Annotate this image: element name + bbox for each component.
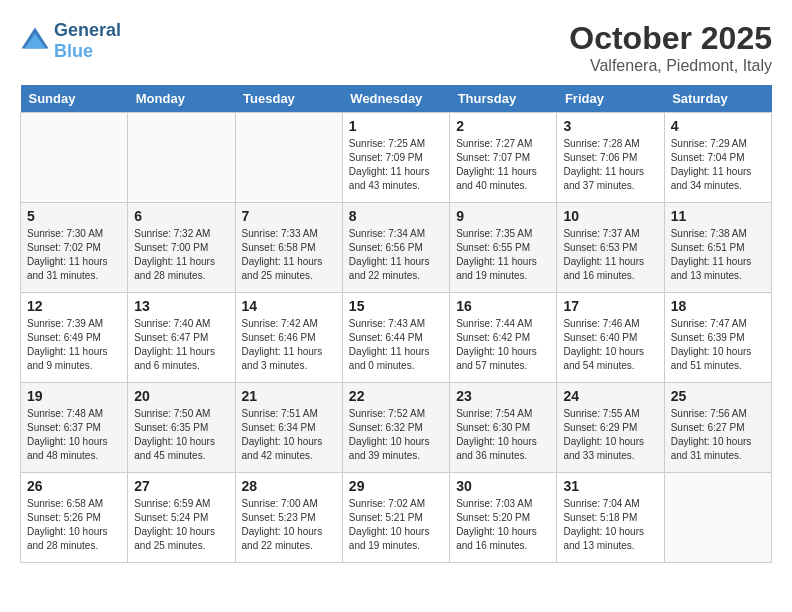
day-info: Sunrise: 7:50 AM Sunset: 6:35 PM Dayligh… — [134, 407, 228, 463]
calendar-week-row: 5Sunrise: 7:30 AM Sunset: 7:02 PM Daylig… — [21, 203, 772, 293]
weekday-header-saturday: Saturday — [664, 85, 771, 113]
day-number: 25 — [671, 388, 765, 404]
calendar-cell: 28Sunrise: 7:00 AM Sunset: 5:23 PM Dayli… — [235, 473, 342, 563]
calendar-cell: 29Sunrise: 7:02 AM Sunset: 5:21 PM Dayli… — [342, 473, 449, 563]
calendar-week-row: 19Sunrise: 7:48 AM Sunset: 6:37 PM Dayli… — [21, 383, 772, 473]
calendar-cell: 30Sunrise: 7:03 AM Sunset: 5:20 PM Dayli… — [450, 473, 557, 563]
weekday-header-wednesday: Wednesday — [342, 85, 449, 113]
calendar-cell: 19Sunrise: 7:48 AM Sunset: 6:37 PM Dayli… — [21, 383, 128, 473]
weekday-header-monday: Monday — [128, 85, 235, 113]
calendar-cell: 3Sunrise: 7:28 AM Sunset: 7:06 PM Daylig… — [557, 113, 664, 203]
calendar-cell: 21Sunrise: 7:51 AM Sunset: 6:34 PM Dayli… — [235, 383, 342, 473]
day-number: 21 — [242, 388, 336, 404]
day-number: 17 — [563, 298, 657, 314]
day-info: Sunrise: 7:33 AM Sunset: 6:58 PM Dayligh… — [242, 227, 336, 283]
calendar-cell: 1Sunrise: 7:25 AM Sunset: 7:09 PM Daylig… — [342, 113, 449, 203]
weekday-header-thursday: Thursday — [450, 85, 557, 113]
calendar-cell: 8Sunrise: 7:34 AM Sunset: 6:56 PM Daylig… — [342, 203, 449, 293]
day-info: Sunrise: 6:59 AM Sunset: 5:24 PM Dayligh… — [134, 497, 228, 553]
calendar-cell: 17Sunrise: 7:46 AM Sunset: 6:40 PM Dayli… — [557, 293, 664, 383]
day-number: 18 — [671, 298, 765, 314]
day-number: 30 — [456, 478, 550, 494]
calendar-cell — [235, 113, 342, 203]
day-info: Sunrise: 7:54 AM Sunset: 6:30 PM Dayligh… — [456, 407, 550, 463]
day-info: Sunrise: 7:42 AM Sunset: 6:46 PM Dayligh… — [242, 317, 336, 373]
calendar-cell: 25Sunrise: 7:56 AM Sunset: 6:27 PM Dayli… — [664, 383, 771, 473]
day-number: 7 — [242, 208, 336, 224]
calendar-week-row: 12Sunrise: 7:39 AM Sunset: 6:49 PM Dayli… — [21, 293, 772, 383]
day-number: 19 — [27, 388, 121, 404]
day-number: 22 — [349, 388, 443, 404]
day-info: Sunrise: 7:32 AM Sunset: 7:00 PM Dayligh… — [134, 227, 228, 283]
day-number: 28 — [242, 478, 336, 494]
logo-text-general: General — [54, 20, 121, 41]
calendar-cell: 15Sunrise: 7:43 AM Sunset: 6:44 PM Dayli… — [342, 293, 449, 383]
weekday-header-row: SundayMondayTuesdayWednesdayThursdayFrid… — [21, 85, 772, 113]
calendar-cell: 27Sunrise: 6:59 AM Sunset: 5:24 PM Dayli… — [128, 473, 235, 563]
day-info: Sunrise: 7:25 AM Sunset: 7:09 PM Dayligh… — [349, 137, 443, 193]
calendar-cell: 10Sunrise: 7:37 AM Sunset: 6:53 PM Dayli… — [557, 203, 664, 293]
day-info: Sunrise: 7:55 AM Sunset: 6:29 PM Dayligh… — [563, 407, 657, 463]
day-info: Sunrise: 6:58 AM Sunset: 5:26 PM Dayligh… — [27, 497, 121, 553]
calendar-cell: 23Sunrise: 7:54 AM Sunset: 6:30 PM Dayli… — [450, 383, 557, 473]
day-number: 23 — [456, 388, 550, 404]
calendar-cell: 31Sunrise: 7:04 AM Sunset: 5:18 PM Dayli… — [557, 473, 664, 563]
day-number: 12 — [27, 298, 121, 314]
day-number: 11 — [671, 208, 765, 224]
day-number: 20 — [134, 388, 228, 404]
calendar-cell: 5Sunrise: 7:30 AM Sunset: 7:02 PM Daylig… — [21, 203, 128, 293]
calendar-cell: 11Sunrise: 7:38 AM Sunset: 6:51 PM Dayli… — [664, 203, 771, 293]
day-info: Sunrise: 7:40 AM Sunset: 6:47 PM Dayligh… — [134, 317, 228, 373]
day-number: 6 — [134, 208, 228, 224]
day-number: 13 — [134, 298, 228, 314]
calendar-cell: 26Sunrise: 6:58 AM Sunset: 5:26 PM Dayli… — [21, 473, 128, 563]
calendar-cell — [664, 473, 771, 563]
calendar-cell: 20Sunrise: 7:50 AM Sunset: 6:35 PM Dayli… — [128, 383, 235, 473]
day-info: Sunrise: 7:39 AM Sunset: 6:49 PM Dayligh… — [27, 317, 121, 373]
calendar-cell: 9Sunrise: 7:35 AM Sunset: 6:55 PM Daylig… — [450, 203, 557, 293]
day-info: Sunrise: 7:56 AM Sunset: 6:27 PM Dayligh… — [671, 407, 765, 463]
day-info: Sunrise: 7:30 AM Sunset: 7:02 PM Dayligh… — [27, 227, 121, 283]
day-info: Sunrise: 7:29 AM Sunset: 7:04 PM Dayligh… — [671, 137, 765, 193]
location: Valfenera, Piedmont, Italy — [569, 57, 772, 75]
day-number: 27 — [134, 478, 228, 494]
calendar-week-row: 26Sunrise: 6:58 AM Sunset: 5:26 PM Dayli… — [21, 473, 772, 563]
calendar-cell: 6Sunrise: 7:32 AM Sunset: 7:00 PM Daylig… — [128, 203, 235, 293]
calendar-cell: 22Sunrise: 7:52 AM Sunset: 6:32 PM Dayli… — [342, 383, 449, 473]
day-info: Sunrise: 7:48 AM Sunset: 6:37 PM Dayligh… — [27, 407, 121, 463]
day-info: Sunrise: 7:37 AM Sunset: 6:53 PM Dayligh… — [563, 227, 657, 283]
weekday-header-friday: Friday — [557, 85, 664, 113]
day-info: Sunrise: 7:44 AM Sunset: 6:42 PM Dayligh… — [456, 317, 550, 373]
day-number: 2 — [456, 118, 550, 134]
calendar-cell: 14Sunrise: 7:42 AM Sunset: 6:46 PM Dayli… — [235, 293, 342, 383]
day-info: Sunrise: 7:28 AM Sunset: 7:06 PM Dayligh… — [563, 137, 657, 193]
day-number: 16 — [456, 298, 550, 314]
calendar-cell: 13Sunrise: 7:40 AM Sunset: 6:47 PM Dayli… — [128, 293, 235, 383]
calendar-cell — [21, 113, 128, 203]
day-number: 26 — [27, 478, 121, 494]
day-number: 3 — [563, 118, 657, 134]
day-info: Sunrise: 7:35 AM Sunset: 6:55 PM Dayligh… — [456, 227, 550, 283]
day-number: 8 — [349, 208, 443, 224]
calendar-cell: 16Sunrise: 7:44 AM Sunset: 6:42 PM Dayli… — [450, 293, 557, 383]
day-number: 24 — [563, 388, 657, 404]
day-info: Sunrise: 7:02 AM Sunset: 5:21 PM Dayligh… — [349, 497, 443, 553]
day-info: Sunrise: 7:52 AM Sunset: 6:32 PM Dayligh… — [349, 407, 443, 463]
day-info: Sunrise: 7:03 AM Sunset: 5:20 PM Dayligh… — [456, 497, 550, 553]
calendar-week-row: 1Sunrise: 7:25 AM Sunset: 7:09 PM Daylig… — [21, 113, 772, 203]
day-number: 29 — [349, 478, 443, 494]
title-block: October 2025 Valfenera, Piedmont, Italy — [569, 20, 772, 75]
day-number: 5 — [27, 208, 121, 224]
logo: General Blue — [20, 20, 121, 62]
month-title: October 2025 — [569, 20, 772, 57]
day-info: Sunrise: 7:51 AM Sunset: 6:34 PM Dayligh… — [242, 407, 336, 463]
logo-icon — [20, 26, 50, 56]
calendar-table: SundayMondayTuesdayWednesdayThursdayFrid… — [20, 85, 772, 563]
day-info: Sunrise: 7:47 AM Sunset: 6:39 PM Dayligh… — [671, 317, 765, 373]
day-info: Sunrise: 7:34 AM Sunset: 6:56 PM Dayligh… — [349, 227, 443, 283]
day-info: Sunrise: 7:27 AM Sunset: 7:07 PM Dayligh… — [456, 137, 550, 193]
calendar-cell: 2Sunrise: 7:27 AM Sunset: 7:07 PM Daylig… — [450, 113, 557, 203]
weekday-header-tuesday: Tuesday — [235, 85, 342, 113]
weekday-header-sunday: Sunday — [21, 85, 128, 113]
day-info: Sunrise: 7:38 AM Sunset: 6:51 PM Dayligh… — [671, 227, 765, 283]
